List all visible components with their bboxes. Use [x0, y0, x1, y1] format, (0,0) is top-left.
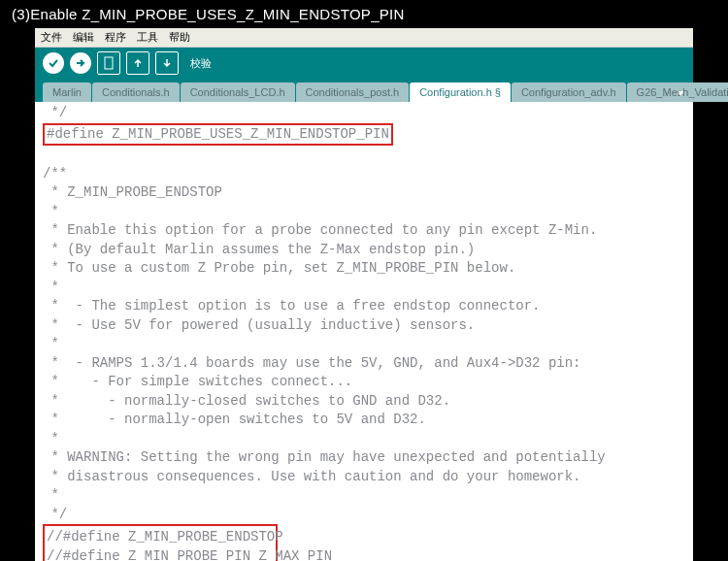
save-button[interactable]: [155, 51, 179, 75]
arrow-up-icon: [132, 57, 144, 69]
code-line: * - normally-open switches to 5V and D32…: [43, 411, 685, 430]
menu-help[interactable]: 帮助: [169, 31, 190, 43]
upload-button[interactable]: [70, 52, 91, 74]
check-icon: [48, 57, 59, 69]
code-line: */: [43, 506, 685, 525]
code-line: /**: [43, 165, 685, 184]
code-line: * To use a custom Z Probe pin, set Z_MIN…: [43, 259, 685, 279]
code-editor[interactable]: */ #define Z_MIN_PROBE_USES_Z_MIN_ENDSTO…: [35, 102, 693, 561]
tab-conditionals-lcd[interactable]: Conditionals_LCD.h: [181, 82, 295, 102]
arrow-down-icon: [161, 57, 173, 69]
code-line: *: [43, 486, 685, 506]
menu-edit[interactable]: 编辑: [73, 31, 94, 43]
code-line: * - RAMPS 1.3/1.4 boards may use the 5V,…: [43, 354, 685, 374]
code-line: * Enable this option for a probe connect…: [43, 221, 685, 241]
menu-sketch[interactable]: 程序: [105, 31, 126, 43]
highlight-define-probe-endstop: //#define Z_MIN_PROBE_ENDSTOP //#define …: [43, 524, 278, 561]
code-line: * (By default Marlin assumes the Z-Max e…: [43, 241, 685, 260]
open-button[interactable]: [126, 51, 149, 75]
code-line: * - For simple switches connect...: [43, 373, 685, 392]
code-line: #define Z_MIN_PROBE_USES_Z_MIN_ENDSTOP_P…: [47, 126, 389, 142]
tab-conditionals[interactable]: Conditionals.h: [92, 82, 180, 102]
code-line: * Z_MIN_PROBE_ENDSTOP: [43, 183, 685, 203]
menubar: 文件 编辑 程序 工具 帮助: [35, 28, 693, 48]
code-line: *: [43, 430, 685, 449]
code-line: * - normally-closed switches to GND and …: [43, 392, 685, 412]
instruction-header: (3)Enable Z_MIN_PROBE_USES_Z_MIN_ENDSTOP…: [0, 0, 728, 28]
file-icon: [103, 56, 115, 70]
arrow-right-icon: [75, 57, 86, 69]
code-line: *: [43, 203, 685, 222]
code-line: */: [43, 104, 685, 123]
code-line: * - The simplest option is to use a free…: [43, 297, 685, 316]
verify-button[interactable]: [43, 52, 64, 74]
code-line: [43, 146, 685, 165]
highlight-define-probe-uses-zmin: #define Z_MIN_PROBE_USES_Z_MIN_ENDSTOP_P…: [43, 123, 393, 147]
svg-rect-0: [105, 57, 113, 69]
code-line: * WARNING: Setting the wrong pin may hav…: [43, 448, 685, 468]
code-line: * disastrous consequences. Use with caut…: [43, 468, 685, 487]
tab-configuration[interactable]: Configuration.h §: [410, 82, 511, 102]
tab-bar: Marlin Conditionals.h Conditionals_LCD.h…: [35, 79, 693, 102]
code-line: //#define Z_MIN_PROBE_ENDSTOP: [47, 528, 274, 547]
verify-label: 校验: [190, 56, 212, 71]
tab-overflow-dropdown[interactable]: ▼: [673, 84, 689, 102]
arduino-ide-window: 文件 编辑 程序 工具 帮助 校验 Marlin Conditionals.h …: [35, 28, 693, 561]
toolbar: 校验: [35, 48, 693, 79]
code-line: * - Use 5V for powered (usually inductiv…: [43, 316, 685, 336]
tab-configuration-adv[interactable]: Configuration_adv.h: [512, 82, 626, 102]
menu-file[interactable]: 文件: [41, 31, 62, 43]
tab-conditionals-post[interactable]: Conditionals_post.h: [296, 82, 410, 102]
new-button[interactable]: [97, 51, 120, 75]
menu-tools[interactable]: 工具: [137, 31, 158, 43]
chevron-down-icon: ▼: [677, 88, 685, 98]
tab-marlin[interactable]: Marlin: [43, 82, 91, 102]
instruction-text: (3)Enable Z_MIN_PROBE_USES_Z_MIN_ENDSTOP…: [12, 6, 405, 22]
code-line: *: [43, 335, 685, 354]
code-line: //#define Z_MIN_PROBE_PIN Z_MAX_PIN: [47, 547, 274, 562]
code-line: *: [43, 279, 685, 298]
